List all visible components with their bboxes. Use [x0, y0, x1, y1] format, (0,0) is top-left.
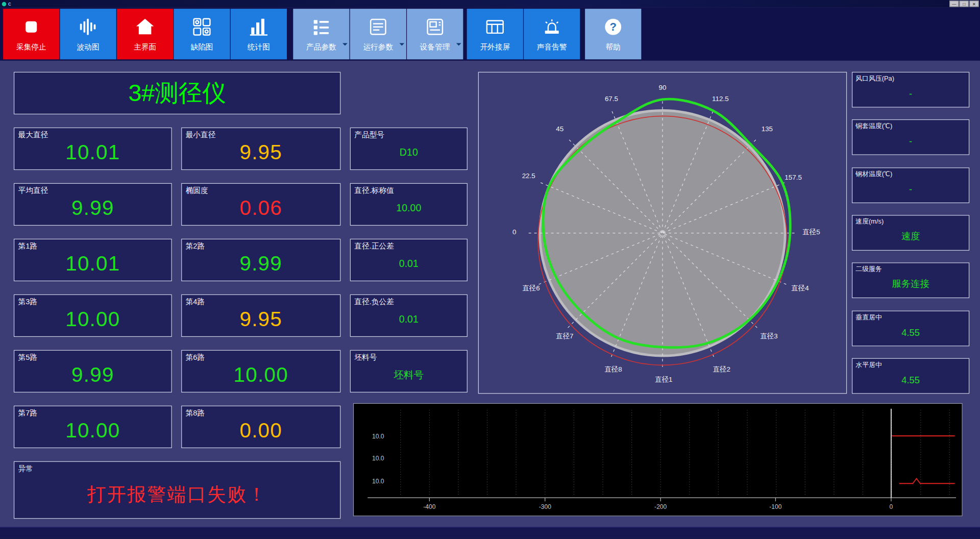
toolbar-button-label: 声音告警: [537, 41, 567, 52]
cell-label: 第4路: [186, 297, 205, 308]
polar-profile-panel: 90 67.5 112.5 45 135 22.5 157.5 0 直径5 直径…: [478, 72, 847, 394]
toolbar-button-label: 缺陷图: [190, 41, 213, 52]
external-screen-button[interactable]: 开外接屏: [467, 9, 523, 59]
grid-spacer: [350, 72, 468, 114]
app-icon: [2, 2, 7, 6]
toolbar-button-label: 采集停止: [16, 41, 46, 52]
cell-max-diameter: 最大直径 10.01: [14, 128, 172, 170]
gauge-title: 3#测径仪: [14, 72, 340, 114]
tuyere-pressure-box: 风口风压(Pa) -: [852, 72, 969, 108]
main-screen-button[interactable]: 主界面: [117, 9, 173, 59]
run-params-button[interactable]: 运行参数: [350, 9, 406, 59]
cell-path-5: 第5路 9.99: [14, 350, 172, 393]
alarm-box: 异常 打开报警端口失败！: [14, 461, 340, 519]
diameter-label: 直径5: [802, 228, 820, 236]
window-controls: — □ ✕: [949, 1, 979, 7]
sound-alarm-button[interactable]: 声音告警: [524, 9, 580, 59]
chevron-down-icon: [399, 43, 404, 48]
defect-chart-button[interactable]: 缺陷图: [174, 9, 230, 59]
statistics-chart-button[interactable]: 统计图: [231, 9, 287, 59]
cell-value: 10.00: [14, 295, 171, 336]
wave-chart-button[interactable]: 波动图: [60, 9, 116, 59]
status-bar: [0, 527, 980, 538]
cell-avg-diameter: 平均直径 9.99: [14, 183, 172, 226]
cell-value: 9.99: [14, 351, 171, 392]
cell-value: 0.00: [182, 406, 340, 448]
waveform-icon: [78, 16, 99, 37]
external-screen-icon: [484, 16, 506, 37]
x-axis-label: -200: [654, 503, 667, 510]
cell-path-6: 第6路 10.00: [181, 350, 340, 393]
run-params-icon: [368, 16, 389, 37]
cell-nominal-diameter: 直径.标称值 10.00: [350, 183, 468, 226]
toolbar-button-label: 开外接屏: [480, 41, 510, 52]
toolbar-button-label: 运行参数: [363, 41, 393, 52]
cell-path-3: 第3路 10.00: [14, 295, 172, 337]
diameter-label: 直径3: [760, 332, 777, 340]
angle-label: 45: [556, 125, 564, 133]
cell-label: 第8路: [186, 408, 205, 419]
diameter-label: 直径6: [522, 284, 540, 292]
level2-service-box: 二级服务 服务连接: [852, 263, 969, 299]
alarm-label: 异常: [18, 464, 33, 475]
diameter-label: 直径2: [713, 365, 730, 373]
toolbar-button-label: 主界面: [134, 41, 156, 52]
cell-path-8: 第8路 0.00: [181, 406, 340, 448]
x-axis-label: -100: [769, 503, 781, 510]
cell-value: 10.00: [182, 351, 340, 392]
toolbar-button-label: 帮助: [606, 41, 621, 52]
cell-value: 9.99: [182, 239, 340, 281]
cell-label: 直径.负公差: [354, 297, 394, 308]
device-panel-icon: [424, 16, 446, 37]
maximize-button[interactable]: □: [960, 1, 969, 7]
angle-label: 22.5: [522, 172, 535, 180]
angle-label: 90: [658, 84, 666, 91]
cell-label: 第2路: [186, 241, 205, 252]
cell-minus-tolerance: 直径.负公差 0.01: [350, 295, 468, 337]
cell-label: 椭圆度: [186, 186, 208, 197]
help-button[interactable]: ? 帮助: [585, 9, 641, 59]
speed-box: 速度(m/s) 速度: [852, 215, 969, 251]
device-management-button[interactable]: 设备管理: [407, 9, 463, 59]
chevron-down-icon: [342, 43, 348, 48]
rbox-label: 水平居中: [855, 360, 881, 369]
cell-ovality: 椭圆度 0.06: [181, 183, 340, 226]
stop-acquisition-button[interactable]: 采集停止: [3, 9, 59, 59]
cell-label: 直径.标称值: [354, 186, 394, 197]
cell-value: 9.95: [182, 295, 340, 336]
cell-value: 10.00: [14, 406, 171, 448]
close-button[interactable]: ✕: [969, 1, 978, 7]
product-params-button[interactable]: 产品参数: [293, 9, 349, 59]
cell-path-2: 第2路 9.99: [181, 239, 340, 281]
alarm-siren-icon: [541, 16, 562, 37]
cell-label: 产品型号: [354, 130, 384, 141]
y-axis-label: 10.0: [372, 433, 384, 440]
cell-plus-tolerance: 直径.正公差 0.01: [350, 239, 468, 281]
cell-label: 第3路: [18, 297, 38, 308]
minimize-button[interactable]: —: [949, 1, 959, 7]
cell-label: 直径.正公差: [354, 241, 394, 252]
angle-label: 67.5: [605, 95, 618, 103]
steel-temp-box: 钢材温度(℃) -: [852, 167, 969, 203]
diameter-label: 直径1: [655, 376, 672, 383]
toolbar-button-label: 设备管理: [420, 41, 450, 52]
cell-label: 坯料号: [354, 353, 377, 363]
diameter-label: 直径7: [556, 332, 573, 340]
rbox-label: 速度(m/s): [855, 217, 884, 226]
gauge-title-box: 3#测径仪: [14, 72, 340, 114]
chevron-down-icon: [456, 43, 461, 48]
title-bar: c — □ ✕: [0, 0, 980, 8]
red-trace-lower: [899, 479, 955, 484]
angle-label: 0: [512, 228, 516, 236]
rbox-label: 铜套温度(℃): [855, 122, 892, 131]
alarm-message: 打开报警端口失败！: [14, 462, 340, 518]
x-axis-ticks: [429, 498, 891, 501]
cell-label: 第1路: [18, 241, 38, 252]
cell-label: 最大直径: [18, 130, 48, 141]
toolbar-button-label: 统计图: [248, 41, 270, 52]
rbox-label: 二级服务: [855, 265, 881, 274]
x-axis-label: 0: [890, 503, 893, 510]
y-axis-label: 10.0: [372, 478, 384, 485]
product-params-icon: [311, 16, 332, 37]
cell-path-1: 第1路 10.01: [14, 239, 172, 281]
